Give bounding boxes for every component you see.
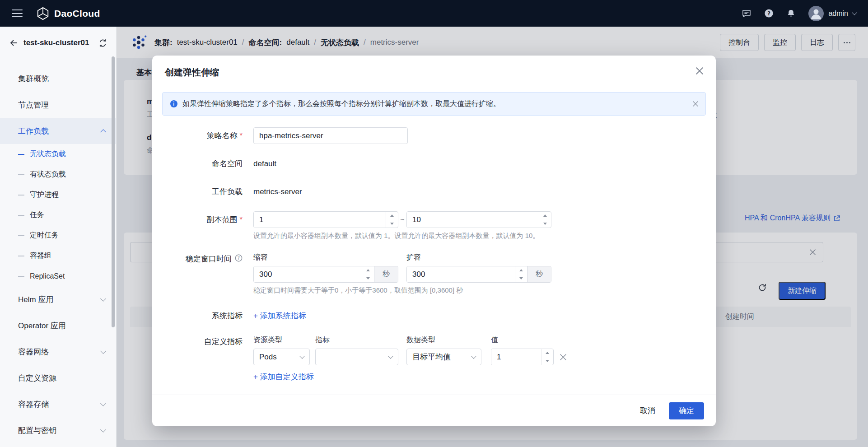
- modal-close-icon[interactable]: [696, 67, 703, 74]
- workload-field-label: 工作负载: [164, 183, 253, 200]
- stepper-arrows: [515, 266, 527, 282]
- scale-down-label: 缩容: [253, 253, 398, 262]
- sidebar-item-deployments[interactable]: 无状态负载: [0, 144, 116, 164]
- sidebar-item-label: 容器网络: [18, 347, 49, 357]
- replica-range-help: 设置允许的最小容器组副本数量，默认值为 1。设置允许的最大容器组副本数量，默认值…: [253, 232, 551, 240]
- stepper-arrows: [362, 266, 374, 282]
- info-icon: [170, 100, 178, 108]
- replica-max-input[interactable]: [407, 212, 539, 228]
- message-icon[interactable]: [742, 9, 751, 19]
- replica-min-input[interactable]: [254, 212, 386, 228]
- sidebar-item-statefulsets[interactable]: 有状态负载: [0, 164, 116, 185]
- sidebar-item-replicaset[interactable]: ReplicaSet: [0, 266, 116, 286]
- stepper-down-icon[interactable]: [539, 220, 551, 228]
- sidebar-item-helm-apps[interactable]: Helm 应用: [0, 286, 116, 312]
- stepper-up-icon[interactable]: [362, 266, 374, 275]
- namespace-field-label: 命名空间: [164, 155, 253, 172]
- metric-value-input[interactable]: [491, 349, 541, 365]
- dash-icon: [18, 174, 24, 175]
- replica-min-stepper: [253, 211, 398, 228]
- chevron-down-icon: [100, 296, 106, 302]
- sidebar-item-cluster-overview[interactable]: 集群概览: [0, 65, 116, 92]
- stepper-up-icon[interactable]: [541, 349, 553, 357]
- chevron-up-icon: [100, 129, 106, 135]
- sidebar-item-daemonsets[interactable]: 守护进程: [0, 185, 116, 205]
- avatar: [808, 6, 824, 21]
- sidebar: test-sku-cluster01 集群概览 节点管理 工作负载 无状态负载 …: [0, 27, 117, 447]
- stepper-down-icon[interactable]: [386, 220, 398, 228]
- replica-range-label: 副本范围: [164, 211, 253, 240]
- help-circle-icon[interactable]: ?: [235, 254, 243, 262]
- add-custom-metric-link[interactable]: + 添加自定义指标: [253, 372, 314, 382]
- back-arrow-icon[interactable]: [9, 38, 18, 47]
- sidebar-item-label: 集群概览: [18, 74, 49, 84]
- brand-name: DaoCloud: [54, 8, 100, 19]
- svg-text:?: ?: [238, 256, 240, 261]
- stepper-up-icon[interactable]: [539, 212, 551, 220]
- scale-up-input[interactable]: [407, 266, 515, 282]
- scale-up-label: 扩容: [406, 253, 551, 262]
- sidebar-item-pods[interactable]: 容器组: [0, 246, 116, 266]
- add-system-metric-link[interactable]: + 添加系统指标: [253, 307, 306, 324]
- sidebar-item-container-network[interactable]: 容器网络: [0, 339, 116, 365]
- seconds-unit: 秒: [527, 266, 551, 282]
- confirm-button[interactable]: 确定: [669, 402, 704, 419]
- stable-window-label: 稳定窗口时间: [186, 254, 232, 264]
- modal-title: 创建弹性伸缩: [165, 66, 703, 79]
- stepper-down-icon[interactable]: [515, 275, 527, 283]
- custom-metric-row: Pods 目标平均值: [253, 349, 566, 365]
- sidebar-item-label: ReplicaSet: [30, 272, 65, 280]
- sidebar-item-cronjobs[interactable]: 定时任务: [0, 225, 116, 246]
- metric-select[interactable]: [315, 349, 398, 365]
- dash-icon: [18, 215, 24, 216]
- alert-close-icon[interactable]: [693, 101, 698, 107]
- sidebar-item-workloads[interactable]: 工作负载: [0, 118, 116, 144]
- policy-name-label: 策略名称: [164, 127, 253, 144]
- sidebar-item-operator-apps[interactable]: Operator 应用: [0, 312, 116, 339]
- sidebar-cluster-name: test-sku-cluster01: [23, 38, 93, 47]
- help-icon[interactable]: ?: [764, 9, 774, 18]
- info-alert-text: 如果弹性伸缩策略指定了多个指标，那么会按照每个指标分别计算扩缩副本数，取最大值进…: [182, 99, 500, 109]
- scale-down-input[interactable]: [254, 266, 362, 282]
- sidebar-item-custom-resources[interactable]: 自定义资源: [0, 365, 116, 391]
- user-menu[interactable]: admin: [808, 6, 856, 21]
- data-type-select[interactable]: 目标平均值: [406, 349, 481, 365]
- stepper-up-icon[interactable]: [386, 212, 398, 220]
- sidebar-item-label: 容器存储: [18, 399, 49, 410]
- scale-down-stepper: 秒: [253, 266, 398, 283]
- sidebar-item-node-management[interactable]: 节点管理: [0, 92, 116, 118]
- policy-name-input[interactable]: [253, 127, 408, 144]
- data-type-value: 目标平均值: [412, 352, 451, 362]
- brand[interactable]: DaoCloud: [36, 7, 100, 20]
- replica-max-stepper: [406, 211, 551, 228]
- scale-up-stepper: 秒: [406, 266, 551, 283]
- sidebar-item-container-storage[interactable]: 容器存储: [0, 391, 116, 417]
- create-hpa-modal: 创建弹性伸缩 如果弹性伸缩策略指定了多个指标，那么会按照每个指标分别计算扩缩副本…: [152, 56, 716, 426]
- resource-type-select[interactable]: Pods: [253, 349, 310, 365]
- stepper-down-icon[interactable]: [362, 275, 374, 283]
- cancel-button[interactable]: 取消: [631, 402, 664, 419]
- sidebar-item-jobs[interactable]: 任务: [0, 205, 116, 225]
- notification-bell-icon[interactable]: [786, 9, 796, 18]
- dash-icon: [18, 195, 24, 196]
- sidebar-item-config-secrets[interactable]: 配置与密钥: [0, 417, 116, 443]
- stepper-down-icon[interactable]: [541, 357, 553, 365]
- stepper-up-icon[interactable]: [515, 266, 527, 275]
- chevron-down-icon: [100, 400, 106, 406]
- sidebar-scrollbar[interactable]: [112, 56, 115, 327]
- range-separator: ~: [398, 216, 406, 224]
- remove-metric-icon[interactable]: [560, 354, 566, 360]
- menu-icon[interactable]: [12, 9, 23, 17]
- dash-icon: [18, 276, 24, 277]
- switch-cluster-icon[interactable]: [98, 39, 107, 47]
- sidebar-item-label: 配置与密钥: [18, 425, 56, 436]
- sidebar-item-label: 无状态负载: [30, 149, 66, 159]
- sidebar-item-label: 自定义资源: [18, 373, 56, 383]
- svg-text:?: ?: [768, 10, 771, 17]
- stepper-arrows: [539, 212, 551, 228]
- username: admin: [828, 9, 848, 18]
- col-data-type: 数据类型: [406, 335, 481, 345]
- col-metric: 指标: [315, 335, 398, 345]
- system-metrics-label: 系统指标: [164, 307, 253, 324]
- chevron-down-icon: [100, 348, 106, 354]
